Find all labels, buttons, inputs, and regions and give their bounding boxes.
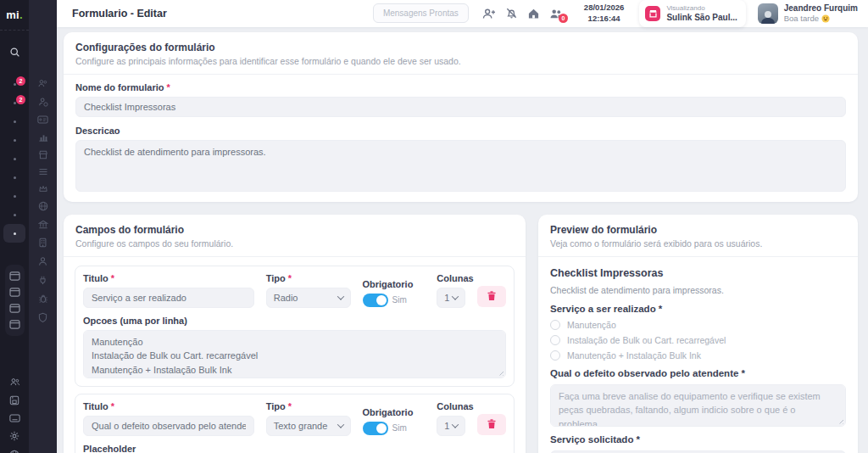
editor-row: Campos do formulário Configure os campos… <box>64 215 858 453</box>
user-menu[interactable]: Jeandreo Furquim Boa tarde <box>758 3 858 24</box>
viewing-store-pill[interactable]: Visualizando Sulink São Paul... <box>639 0 745 27</box>
bank-icon[interactable] <box>38 220 48 229</box>
nav-dot <box>14 83 16 86</box>
form-fields-header: Campos do formulário Configure os campos… <box>64 215 526 257</box>
trash-icon <box>487 291 496 301</box>
team-icon[interactable] <box>9 377 20 387</box>
field1-tipo-select[interactable]: Radio <box>266 288 351 308</box>
required-marker: * <box>167 82 170 92</box>
form-name-input[interactable] <box>75 97 846 117</box>
window-icon[interactable] <box>9 288 20 297</box>
field1-titulo-input[interactable] <box>83 288 254 308</box>
nav-item-2[interactable]: 2 <box>3 93 25 112</box>
nav-item-7[interactable] <box>3 187 25 205</box>
viewing-label: Visualizando <box>666 4 737 13</box>
notification-badge: 2 <box>16 95 25 104</box>
form-settings-body: Nome do formulario * Descricao Checklist… <box>64 75 858 202</box>
preview-textarea2[interactable] <box>550 450 846 453</box>
field2-titulo-input[interactable] <box>83 416 254 436</box>
nav-dot <box>14 102 16 104</box>
keyboard-icon[interactable] <box>9 414 20 422</box>
nav-dot <box>14 195 16 198</box>
form-name-label: Nome do formulario * <box>75 82 846 92</box>
nav-item-1[interactable]: 2 <box>3 75 25 93</box>
save-icon[interactable] <box>9 395 19 405</box>
crown-icon[interactable] <box>38 184 48 193</box>
preview-radio-option[interactable]: Instalação de Bulk ou Cart. recarregável <box>550 335 846 345</box>
team-icon[interactable]: 0 <box>549 8 564 20</box>
radio-icon[interactable] <box>550 320 560 330</box>
window-icon[interactable] <box>9 320 20 329</box>
field2-tipo-select[interactable]: Texto grande <box>266 416 351 436</box>
primary-nav: 2 2 <box>3 75 25 243</box>
preview-radio-option[interactable]: Manutenção + Instalação Bulk Ink <box>550 350 846 361</box>
person-finance-icon[interactable] <box>38 97 48 107</box>
user-name: Jeandreo Furquim <box>784 3 858 14</box>
nav-item-active[interactable] <box>3 224 25 243</box>
nav-dot <box>14 214 16 216</box>
nav-item-4[interactable] <box>3 131 25 149</box>
team-badge: 0 <box>559 14 568 23</box>
nav-item-6[interactable] <box>3 168 25 187</box>
field2-delete-button[interactable] <box>477 414 506 435</box>
nav-item-3[interactable] <box>3 112 25 131</box>
preview-textarea1-label: Qual o defeito observado pelo atendente … <box>550 368 846 378</box>
globe-icon[interactable] <box>9 450 19 453</box>
preview-radio-option[interactable]: Manutenção <box>550 320 846 330</box>
nav-dot <box>14 120 16 123</box>
globe-icon[interactable] <box>38 201 48 211</box>
field-editor-1: Titulo * Tipo * Radio Obrigatorio Sim <box>75 266 515 387</box>
nav-item-8[interactable] <box>3 205 25 224</box>
required-marker: * <box>288 273 292 283</box>
form-description-textarea[interactable]: Checklist de atendimento para impressora… <box>75 140 846 192</box>
id-card-icon[interactable] <box>37 115 48 124</box>
field2-colunas-select[interactable]: 1 <box>437 416 465 436</box>
required-marker: * <box>111 273 114 283</box>
home-icon[interactable] <box>527 8 540 20</box>
notifications-off-icon[interactable] <box>505 7 518 20</box>
bug-icon[interactable] <box>38 294 48 304</box>
app-root: mi. 2 2 <box>0 0 868 453</box>
person-icon[interactable] <box>38 256 47 266</box>
field1-delete-button[interactable] <box>477 286 506 307</box>
search-icon[interactable] <box>9 42 20 61</box>
field2-obrigatorio-toggle[interactable] <box>363 422 388 435</box>
radio-icon[interactable] <box>550 335 560 345</box>
building-icon[interactable] <box>38 238 47 248</box>
form-settings-title: Configurações do formulário <box>75 42 846 53</box>
page-title: Formulario - Editar <box>72 8 364 20</box>
required-marker: * <box>288 401 292 411</box>
tipo-label: Tipo * <box>266 273 351 283</box>
field-editor-2: Titulo * Tipo * Texto grande Obrigatorio… <box>75 394 515 453</box>
nav-dot <box>14 176 16 179</box>
topbar-icons: 0 <box>482 7 564 20</box>
ready-messages-button[interactable]: Mensagens Prontas <box>373 3 469 23</box>
nav-dot <box>14 139 16 142</box>
form-settings-subtitle: Configure as principais informações para… <box>75 56 846 66</box>
tipo-label: Tipo * <box>266 401 351 411</box>
add-user-icon[interactable] <box>482 8 496 20</box>
list-icon[interactable] <box>38 168 48 176</box>
plug-icon[interactable] <box>38 275 47 285</box>
sidebar-bottom-nav <box>9 377 20 453</box>
preview-form-title: Checklist Impressoras <box>550 267 846 279</box>
nav-item-5[interactable] <box>3 149 25 168</box>
store-icon <box>645 6 660 21</box>
gear-icon[interactable] <box>9 431 19 441</box>
forms-group <box>5 265 25 336</box>
chart-icon[interactable] <box>38 132 48 142</box>
field1-opcoes-textarea[interactable]: Manutenção Instalação de Bulk ou Cart. r… <box>83 330 506 378</box>
store-icon[interactable] <box>38 150 48 159</box>
window-icon[interactable] <box>9 271 20 281</box>
team-icon[interactable] <box>37 78 48 88</box>
preview-textarea1[interactable] <box>550 384 846 427</box>
field1-colunas-select[interactable]: 1 <box>437 288 465 308</box>
field1-obrigatorio-toggle[interactable] <box>363 294 388 307</box>
opcoes-label: Opcoes (uma por linha) <box>83 316 506 326</box>
chevron-down-icon <box>452 421 459 428</box>
window-icon[interactable] <box>9 304 20 313</box>
form-preview-card: Preview do formulário Veja como o formul… <box>538 215 858 453</box>
placeholder-label: Placeholder <box>83 444 506 453</box>
shield-icon[interactable] <box>38 312 47 322</box>
radio-icon[interactable] <box>550 350 560 361</box>
